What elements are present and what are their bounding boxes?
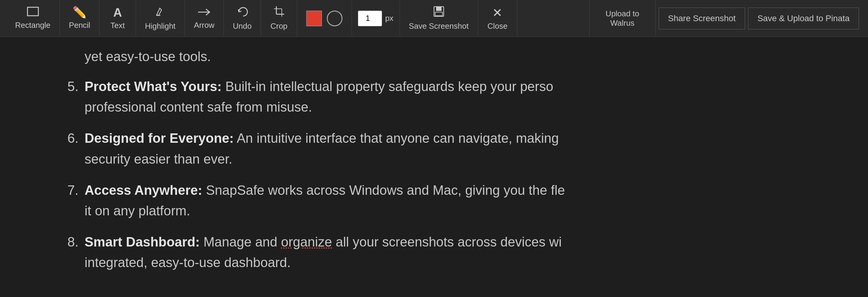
toolbar: Rectangle ✏️ Pencil A Text Highlight Arr… [0,0,868,37]
rectangle-label: Rectangle [15,21,51,30]
list-content-8: Smart Dashboard: Manage and organize all… [85,232,850,273]
close-icon: ✕ [492,6,502,20]
pencil-label: Pencil [69,21,90,30]
list-bold-8: Smart Dashboard: [85,235,199,249]
undo-icon [237,6,248,19]
list-number-6: 6. [60,128,79,169]
list-content-6: Designed for Everyone: An intuitive inte… [85,128,850,169]
crop-icon [273,6,285,19]
list-item-8: 8. Smart Dashboard: Manage and organize … [60,232,850,273]
svg-rect-0 [28,7,38,16]
save-pinata-label: Save & Upload to Pinata [757,14,849,23]
text-icon: A [113,6,122,19]
list-number-8: 8. [60,232,79,273]
list-number-5: 5. [60,76,79,117]
close-button[interactable]: ✕ Close [478,0,517,36]
arrow-tool-button[interactable]: Arrow [185,0,224,36]
arrow-label: Arrow [194,21,214,30]
text-tool-button[interactable]: A Text [100,0,136,36]
pencil-tool-button[interactable]: ✏️ Pencil [60,0,100,36]
pencil-icon: ✏️ [72,7,87,18]
list-bold-7: Access Anywhere: [85,183,203,197]
svg-rect-9 [435,12,442,16]
upload-walrus-button[interactable]: Upload toWalrus [589,0,656,36]
highlight-tool-button[interactable]: Highlight [136,0,185,36]
share-screenshot-label: Share Screenshot [668,14,736,23]
rectangle-tool-button[interactable]: Rectangle [6,0,60,36]
color-circle[interactable] [327,10,342,26]
list-content-5: Protect What's Yours: Built-in intellect… [85,76,850,117]
close-label: Close [488,22,507,31]
stroke-width-area: px [352,0,400,36]
upload-walrus-label: Upload toWalrus [606,9,639,28]
save-screenshot-button[interactable]: Save Screenshot [400,0,478,36]
save-upload-pinata-button[interactable]: Save & Upload to Pinata [748,7,859,29]
svg-rect-8 [436,7,441,11]
list-bold-5: Protect What's Yours: [85,79,222,94]
color-swatch[interactable] [306,10,322,26]
undo-label: Undo [233,22,252,31]
arrow-icon [197,7,211,18]
list-content-7: Access Anywhere: SnapSafe works across W… [85,180,850,221]
save-icon [433,6,444,20]
text-label: Text [111,21,125,30]
save-screenshot-label: Save Screenshot [409,22,469,31]
undo-tool-button[interactable]: Undo [224,0,261,36]
list-item-7: 7. Access Anywhere: SnapSafe works acros… [60,180,850,221]
share-screenshot-button[interactable]: Share Screenshot [659,7,745,29]
list-bold-6: Designed for Everyone: [85,131,234,145]
intro-text: yet easy-to-use tools. [60,49,850,64]
crop-label: Crop [270,22,287,31]
highlight-label: Highlight [145,22,176,31]
crop-tool-button[interactable]: Crop [261,0,297,36]
list-item-5: 5. Protect What's Yours: Built-in intell… [60,76,850,117]
highlight-icon [154,6,166,19]
rectangle-icon [27,7,39,18]
list-number-7: 7. [60,180,79,221]
stroke-width-input[interactable] [358,10,382,26]
stroke-unit-label: px [385,14,393,23]
color-picker-area [297,0,352,36]
list-item-6: 6. Designed for Everyone: An intuitive i… [60,128,850,169]
underline-word: organize [281,235,332,249]
content-area: yet easy-to-use tools. 5. Protect What's… [0,37,868,297]
